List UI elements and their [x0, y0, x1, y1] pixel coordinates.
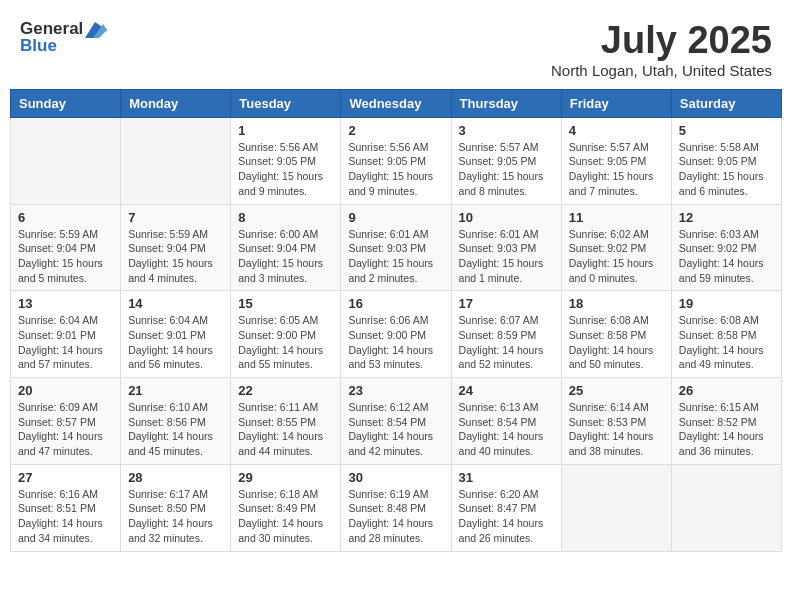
cell-content: Sunrise: 6:15 AM Sunset: 8:52 PM Dayligh… — [679, 400, 774, 459]
page-title: July 2025 — [551, 20, 772, 62]
calendar-cell: 17Sunrise: 6:07 AM Sunset: 8:59 PM Dayli… — [451, 291, 561, 378]
cell-content: Sunrise: 6:17 AM Sunset: 8:50 PM Dayligh… — [128, 487, 223, 546]
day-number: 13 — [18, 296, 113, 311]
header: General Blue July 2025 North Logan, Utah… — [10, 10, 782, 84]
calendar-cell: 5Sunrise: 5:58 AM Sunset: 9:05 PM Daylig… — [671, 117, 781, 204]
calendar-cell: 1Sunrise: 5:56 AM Sunset: 9:05 PM Daylig… — [231, 117, 341, 204]
calendar-cell — [11, 117, 121, 204]
calendar-cell — [671, 464, 781, 551]
calendar-cell: 31Sunrise: 6:20 AM Sunset: 8:47 PM Dayli… — [451, 464, 561, 551]
cell-content: Sunrise: 6:11 AM Sunset: 8:55 PM Dayligh… — [238, 400, 333, 459]
cell-content: Sunrise: 5:57 AM Sunset: 9:05 PM Dayligh… — [569, 140, 664, 199]
calendar-cell: 28Sunrise: 6:17 AM Sunset: 8:50 PM Dayli… — [121, 464, 231, 551]
calendar-cell: 2Sunrise: 5:56 AM Sunset: 9:05 PM Daylig… — [341, 117, 451, 204]
calendar-week-5: 27Sunrise: 6:16 AM Sunset: 8:51 PM Dayli… — [11, 464, 782, 551]
cell-content: Sunrise: 6:09 AM Sunset: 8:57 PM Dayligh… — [18, 400, 113, 459]
day-number: 18 — [569, 296, 664, 311]
day-number: 30 — [348, 470, 443, 485]
day-number: 28 — [128, 470, 223, 485]
cell-content: Sunrise: 6:10 AM Sunset: 8:56 PM Dayligh… — [128, 400, 223, 459]
cell-content: Sunrise: 5:57 AM Sunset: 9:05 PM Dayligh… — [459, 140, 554, 199]
calendar-cell: 6Sunrise: 5:59 AM Sunset: 9:04 PM Daylig… — [11, 204, 121, 291]
day-number: 15 — [238, 296, 333, 311]
cell-content: Sunrise: 6:13 AM Sunset: 8:54 PM Dayligh… — [459, 400, 554, 459]
cell-content: Sunrise: 6:12 AM Sunset: 8:54 PM Dayligh… — [348, 400, 443, 459]
logo-arrow-icon — [85, 22, 107, 38]
calendar-header-thursday: Thursday — [451, 89, 561, 117]
cell-content: Sunrise: 6:01 AM Sunset: 9:03 PM Dayligh… — [459, 227, 554, 286]
day-number: 14 — [128, 296, 223, 311]
calendar-cell: 7Sunrise: 5:59 AM Sunset: 9:04 PM Daylig… — [121, 204, 231, 291]
day-number: 23 — [348, 383, 443, 398]
day-number: 1 — [238, 123, 333, 138]
calendar-cell — [561, 464, 671, 551]
cell-content: Sunrise: 5:59 AM Sunset: 9:04 PM Dayligh… — [18, 227, 113, 286]
cell-content: Sunrise: 6:19 AM Sunset: 8:48 PM Dayligh… — [348, 487, 443, 546]
cell-content: Sunrise: 5:56 AM Sunset: 9:05 PM Dayligh… — [348, 140, 443, 199]
calendar-cell: 24Sunrise: 6:13 AM Sunset: 8:54 PM Dayli… — [451, 378, 561, 465]
page-subtitle: North Logan, Utah, United States — [551, 62, 772, 79]
day-number: 20 — [18, 383, 113, 398]
day-number: 12 — [679, 210, 774, 225]
day-number: 3 — [459, 123, 554, 138]
calendar-cell: 11Sunrise: 6:02 AM Sunset: 9:02 PM Dayli… — [561, 204, 671, 291]
calendar-week-1: 1Sunrise: 5:56 AM Sunset: 9:05 PM Daylig… — [11, 117, 782, 204]
cell-content: Sunrise: 6:00 AM Sunset: 9:04 PM Dayligh… — [238, 227, 333, 286]
logo-text-blue: Blue — [20, 37, 57, 56]
calendar-header-tuesday: Tuesday — [231, 89, 341, 117]
cell-content: Sunrise: 6:18 AM Sunset: 8:49 PM Dayligh… — [238, 487, 333, 546]
calendar-header-sunday: Sunday — [11, 89, 121, 117]
calendar-header-saturday: Saturday — [671, 89, 781, 117]
calendar-header-friday: Friday — [561, 89, 671, 117]
calendar-cell: 10Sunrise: 6:01 AM Sunset: 9:03 PM Dayli… — [451, 204, 561, 291]
cell-content: Sunrise: 6:20 AM Sunset: 8:47 PM Dayligh… — [459, 487, 554, 546]
calendar-week-4: 20Sunrise: 6:09 AM Sunset: 8:57 PM Dayli… — [11, 378, 782, 465]
day-number: 29 — [238, 470, 333, 485]
day-number: 31 — [459, 470, 554, 485]
calendar-week-3: 13Sunrise: 6:04 AM Sunset: 9:01 PM Dayli… — [11, 291, 782, 378]
calendar-cell: 26Sunrise: 6:15 AM Sunset: 8:52 PM Dayli… — [671, 378, 781, 465]
cell-content: Sunrise: 6:01 AM Sunset: 9:03 PM Dayligh… — [348, 227, 443, 286]
calendar-cell: 4Sunrise: 5:57 AM Sunset: 9:05 PM Daylig… — [561, 117, 671, 204]
cell-content: Sunrise: 6:08 AM Sunset: 8:58 PM Dayligh… — [679, 313, 774, 372]
cell-content: Sunrise: 5:56 AM Sunset: 9:05 PM Dayligh… — [238, 140, 333, 199]
calendar-cell: 23Sunrise: 6:12 AM Sunset: 8:54 PM Dayli… — [341, 378, 451, 465]
day-number: 6 — [18, 210, 113, 225]
day-number: 19 — [679, 296, 774, 311]
calendar-header-monday: Monday — [121, 89, 231, 117]
calendar-cell: 13Sunrise: 6:04 AM Sunset: 9:01 PM Dayli… — [11, 291, 121, 378]
calendar-table: SundayMondayTuesdayWednesdayThursdayFrid… — [10, 89, 782, 552]
calendar-cell: 9Sunrise: 6:01 AM Sunset: 9:03 PM Daylig… — [341, 204, 451, 291]
calendar-cell: 29Sunrise: 6:18 AM Sunset: 8:49 PM Dayli… — [231, 464, 341, 551]
day-number: 8 — [238, 210, 333, 225]
calendar-cell: 18Sunrise: 6:08 AM Sunset: 8:58 PM Dayli… — [561, 291, 671, 378]
day-number: 11 — [569, 210, 664, 225]
cell-content: Sunrise: 6:07 AM Sunset: 8:59 PM Dayligh… — [459, 313, 554, 372]
calendar-cell: 25Sunrise: 6:14 AM Sunset: 8:53 PM Dayli… — [561, 378, 671, 465]
cell-content: Sunrise: 5:58 AM Sunset: 9:05 PM Dayligh… — [679, 140, 774, 199]
cell-content: Sunrise: 6:14 AM Sunset: 8:53 PM Dayligh… — [569, 400, 664, 459]
cell-content: Sunrise: 6:06 AM Sunset: 9:00 PM Dayligh… — [348, 313, 443, 372]
day-number: 22 — [238, 383, 333, 398]
calendar-cell: 20Sunrise: 6:09 AM Sunset: 8:57 PM Dayli… — [11, 378, 121, 465]
cell-content: Sunrise: 6:05 AM Sunset: 9:00 PM Dayligh… — [238, 313, 333, 372]
calendar-header-wednesday: Wednesday — [341, 89, 451, 117]
day-number: 26 — [679, 383, 774, 398]
calendar-cell: 27Sunrise: 6:16 AM Sunset: 8:51 PM Dayli… — [11, 464, 121, 551]
cell-content: Sunrise: 6:08 AM Sunset: 8:58 PM Dayligh… — [569, 313, 664, 372]
day-number: 5 — [679, 123, 774, 138]
cell-content: Sunrise: 6:02 AM Sunset: 9:02 PM Dayligh… — [569, 227, 664, 286]
title-area: July 2025 North Logan, Utah, United Stat… — [551, 20, 772, 79]
day-number: 27 — [18, 470, 113, 485]
cell-content: Sunrise: 6:04 AM Sunset: 9:01 PM Dayligh… — [128, 313, 223, 372]
calendar-cell: 14Sunrise: 6:04 AM Sunset: 9:01 PM Dayli… — [121, 291, 231, 378]
day-number: 7 — [128, 210, 223, 225]
calendar-cell: 8Sunrise: 6:00 AM Sunset: 9:04 PM Daylig… — [231, 204, 341, 291]
calendar-cell: 21Sunrise: 6:10 AM Sunset: 8:56 PM Dayli… — [121, 378, 231, 465]
day-number: 10 — [459, 210, 554, 225]
cell-content: Sunrise: 6:03 AM Sunset: 9:02 PM Dayligh… — [679, 227, 774, 286]
day-number: 17 — [459, 296, 554, 311]
calendar-cell: 22Sunrise: 6:11 AM Sunset: 8:55 PM Dayli… — [231, 378, 341, 465]
calendar-week-2: 6Sunrise: 5:59 AM Sunset: 9:04 PM Daylig… — [11, 204, 782, 291]
cell-content: Sunrise: 5:59 AM Sunset: 9:04 PM Dayligh… — [128, 227, 223, 286]
